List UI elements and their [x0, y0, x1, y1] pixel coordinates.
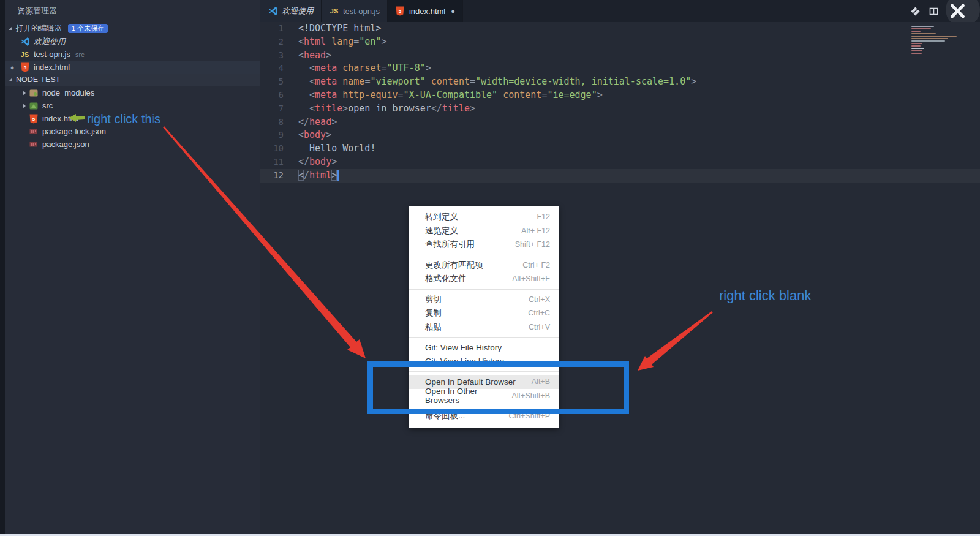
menu-item-label: 剪切 — [425, 294, 529, 305]
code-line[interactable]: 2<html lang="en"> — [260, 36, 980, 49]
tab-label: test-opn.js — [343, 7, 380, 16]
menu-item-label: 格式化文件 — [425, 273, 512, 284]
line-number: 4 — [260, 62, 284, 75]
open-editor-label: test-opn.js — [34, 50, 70, 59]
menu-item[interactable]: Git: View File History — [409, 341, 559, 355]
diff-icon[interactable] — [910, 6, 921, 17]
menu-item-label: 复制 — [425, 308, 528, 319]
code-text: </html> — [284, 169, 339, 183]
menu-item[interactable]: 剪切Ctrl+X — [409, 293, 559, 307]
svg-text:5: 5 — [399, 9, 402, 14]
highlight-rectangle — [368, 361, 629, 414]
file-tree-label: node_modules — [42, 88, 94, 97]
menu-item-shortcut: Alt+ F12 — [521, 227, 550, 235]
line-number: 6 — [260, 89, 284, 102]
code-text: </head> — [284, 116, 337, 129]
line-number: 11 — [260, 156, 284, 169]
code-line[interactable]: 3<head> — [260, 49, 980, 62]
activity-bar-strip — [0, 0, 5, 536]
minimap-line — [911, 33, 936, 34]
js-file-icon: JS — [20, 50, 30, 59]
menu-item-label: Git: View File History — [425, 343, 550, 352]
line-number: 2 — [260, 36, 284, 49]
menu-item-label: 更改所有匹配项 — [425, 260, 522, 271]
open-editors-label: 打开的编辑器 — [16, 22, 62, 35]
vscode-window: 资源管理器 打开的编辑器 1 个未保存 欢迎使用JStest-opn.jssrc… — [0, 0, 980, 536]
menu-separator — [409, 337, 559, 338]
menu-item[interactable]: 粘贴Ctrl+V — [409, 320, 559, 334]
file-tree-label: package.json — [42, 140, 89, 149]
tab-actions — [910, 0, 971, 22]
explorer-sidebar: 资源管理器 打开的编辑器 1 个未保存 欢迎使用JStest-opn.jssrc… — [5, 0, 260, 536]
tabs-container: 欢迎使用JStest-opn.js5index.html● — [260, 0, 463, 22]
menu-item[interactable]: 转到定义F12 — [409, 210, 559, 224]
open-editor-item[interactable]: 欢迎使用 — [5, 35, 260, 48]
menu-item[interactable]: 更改所有匹配项Ctrl+ F2 — [409, 259, 559, 273]
bottom-edge-strip — [0, 534, 980, 536]
code-line[interactable]: 11</body> — [260, 156, 980, 169]
split-editor-icon[interactable] — [929, 7, 938, 16]
code-line[interactable]: 9<body> — [260, 129, 980, 142]
file-tree-item[interactable]: src — [5, 99, 260, 112]
minimap-line — [911, 48, 924, 49]
vscode-logo-icon — [20, 37, 30, 47]
chevron-collapsed-icon — [23, 91, 26, 96]
npm-file-icon — [28, 140, 39, 149]
menu-item-shortcut: Ctrl+C — [528, 309, 550, 317]
code-line[interactable]: 8</head> — [260, 116, 980, 129]
code-line[interactable]: 1<!DOCTYPE html> — [260, 22, 980, 36]
file-tree-item[interactable]: package-lock.json — [5, 125, 260, 138]
code-line[interactable]: 5 <meta name="viewport" content="width=d… — [260, 75, 980, 89]
tab-label: 欢迎使用 — [282, 6, 314, 17]
editor-tab[interactable]: 欢迎使用 — [260, 0, 322, 22]
npm-file-icon — [28, 127, 39, 137]
editor-tab[interactable]: JStest-opn.js — [322, 0, 388, 22]
src-folder-icon — [28, 101, 39, 111]
menu-item-shortcut: F12 — [537, 213, 550, 221]
menu-item-label: 查找所有引用 — [425, 239, 515, 250]
menu-separator — [409, 255, 559, 255]
minimap-line — [911, 31, 921, 32]
line-number: 9 — [260, 129, 284, 142]
tab-modified-dot[interactable]: ● — [451, 7, 455, 15]
menu-item[interactable]: 查找所有引用Shift+ F12 — [409, 238, 559, 252]
code-line[interactable]: 12</html> — [260, 169, 980, 183]
menu-item-label: 转到定义 — [425, 211, 537, 222]
open-editors-list: 欢迎使用JStest-opn.jssrc●5index.html — [5, 35, 260, 74]
line-number: 10 — [260, 142, 284, 156]
code-text: Hello World! — [284, 142, 375, 156]
text-cursor — [337, 170, 339, 181]
folder-root-label: NODE-TEST — [16, 74, 60, 86]
code-editor[interactable]: 1<!DOCTYPE html>2<html lang="en">3<head>… — [260, 22, 980, 536]
code-line[interactable]: 6 <meta http-equiv="X-UA-Compatible" con… — [260, 89, 980, 102]
file-tree-item[interactable]: package.json — [5, 138, 260, 151]
svg-text:5: 5 — [23, 64, 26, 70]
open-editor-label: index.html — [34, 62, 70, 72]
line-number: 5 — [260, 75, 284, 89]
menu-item[interactable]: 复制Ctrl+C — [409, 306, 559, 320]
open-editor-item[interactable]: JStest-opn.jssrc — [5, 48, 260, 61]
vscode-logo-icon — [268, 6, 278, 16]
menu-item[interactable]: 格式化文件Alt+Shift+F — [409, 272, 559, 286]
annotation-right-click-this: right click this — [87, 112, 160, 126]
open-editor-item[interactable]: ●5index.html — [5, 61, 260, 74]
folder-root-header[interactable]: NODE-TEST — [5, 74, 260, 86]
editor-tab[interactable]: 5index.html● — [388, 0, 463, 22]
open-editors-header[interactable]: 打开的编辑器 1 个未保存 — [5, 22, 260, 35]
tab-bar: 欢迎使用JStest-opn.js5index.html● — [260, 0, 980, 22]
file-tree-label: src — [42, 101, 53, 110]
file-tree-item[interactable]: node_modules — [5, 86, 260, 99]
code-line[interactable]: 7 <title>open in browser</title> — [260, 102, 980, 116]
annotation-right-click-blank: right click blank — [719, 288, 811, 304]
minimap-line — [911, 43, 922, 44]
close-icon[interactable] — [947, 1, 968, 21]
open-editor-label: 欢迎使用 — [34, 36, 66, 47]
code-line[interactable]: 10 Hello World! — [260, 142, 980, 156]
menu-item-shortcut: Ctrl+V — [529, 323, 550, 331]
menu-item[interactable]: 速览定义Alt+ F12 — [409, 224, 559, 238]
code-line[interactable]: 4 <meta charset="UTF-8"> — [260, 62, 980, 75]
open-editor-hint: src — [75, 51, 85, 58]
node-modules-folder-icon — [28, 88, 39, 98]
html-file-icon: 5 — [28, 114, 39, 124]
minimap[interactable] — [911, 26, 960, 55]
